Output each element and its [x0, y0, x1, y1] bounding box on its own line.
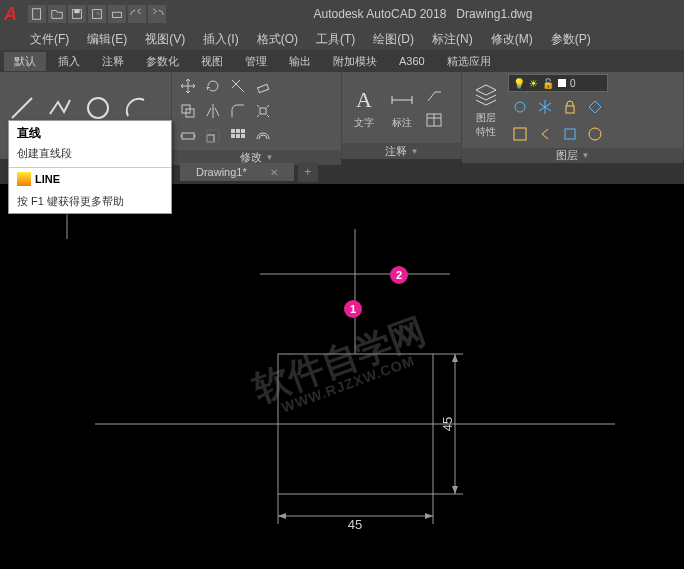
- layer-name: 0: [570, 78, 576, 89]
- menu-modify[interactable]: 修改(M): [491, 31, 533, 48]
- tab-annotate[interactable]: 注释: [92, 52, 134, 71]
- saveas-icon[interactable]: [88, 5, 106, 23]
- svg-rect-13: [207, 130, 219, 142]
- tooltip-help: 按 F1 键获得更多帮助: [9, 190, 171, 213]
- menu-file[interactable]: 文件(F): [30, 31, 69, 48]
- menu-parametric[interactable]: 参数(P): [551, 31, 591, 48]
- menu-draw[interactable]: 绘图(D): [373, 31, 414, 48]
- tab-a360[interactable]: A360: [389, 53, 435, 69]
- new-icon[interactable]: [28, 5, 46, 23]
- layer-selector[interactable]: 💡 ☀ 🔓 0: [508, 74, 608, 92]
- svg-rect-12: [207, 135, 214, 142]
- menu-insert[interactable]: 插入(I): [203, 31, 238, 48]
- trim-icon[interactable]: [226, 74, 250, 98]
- svg-rect-15: [236, 129, 240, 133]
- layer-color-swatch: [558, 79, 566, 87]
- tab-manage[interactable]: 管理: [235, 52, 277, 71]
- tooltip-command: LINE: [9, 168, 171, 190]
- dim-vertical: 45: [440, 417, 455, 431]
- plot-icon[interactable]: [108, 5, 126, 23]
- erase-icon[interactable]: [251, 74, 275, 98]
- leader-icon[interactable]: [422, 83, 446, 107]
- layer-prev-icon[interactable]: [533, 122, 557, 146]
- lightbulb-icon: 💡: [513, 78, 525, 89]
- svg-rect-0: [33, 9, 41, 20]
- svg-rect-14: [231, 129, 235, 133]
- tab-default[interactable]: 默认: [4, 52, 46, 71]
- rotate-icon[interactable]: [201, 74, 225, 98]
- stretch-icon[interactable]: [176, 124, 200, 148]
- layer-off-icon[interactable]: [508, 95, 532, 119]
- lock-icon: 🔓: [542, 78, 554, 89]
- tooltip-title: 直线: [9, 121, 171, 146]
- array-icon[interactable]: [226, 124, 250, 148]
- layer-iso-icon[interactable]: [508, 122, 532, 146]
- chevron-down-icon: ▼: [266, 153, 274, 162]
- tab-view[interactable]: 视图: [191, 52, 233, 71]
- table-icon[interactable]: [422, 108, 446, 132]
- quick-access-toolbar: [28, 5, 166, 23]
- svg-rect-4: [113, 12, 122, 17]
- svg-point-6: [88, 98, 108, 118]
- svg-rect-10: [260, 108, 266, 114]
- svg-point-26: [515, 102, 525, 112]
- window-title: Autodesk AutoCAD 2018 Drawing1.dwg: [166, 7, 680, 21]
- menu-dimension[interactable]: 标注(N): [432, 31, 473, 48]
- menu-view[interactable]: 视图(V): [145, 31, 185, 48]
- menu-bar: 文件(F) 编辑(E) 视图(V) 插入(I) 格式(O) 工具(T) 绘图(D…: [0, 28, 684, 50]
- layer-lock-icon[interactable]: [558, 95, 582, 119]
- dimension-icon: [388, 86, 416, 114]
- ribbon-tabs: 默认 插入 注释 参数化 视图 管理 输出 附加模块 A360 精选应用: [0, 50, 684, 72]
- svg-rect-11: [182, 133, 194, 139]
- title-bar: A Autodesk AutoCAD 2018 Drawing1.dwg: [0, 0, 684, 28]
- open-icon[interactable]: [48, 5, 66, 23]
- panel-annotation-title[interactable]: 注释▼: [342, 143, 461, 159]
- svg-rect-19: [241, 134, 245, 138]
- svg-rect-7: [258, 84, 269, 92]
- dim-horizontal: 45: [348, 517, 362, 532]
- document-tab[interactable]: Drawing1* ✕: [180, 163, 294, 181]
- command-icon: [17, 172, 31, 186]
- undo-icon[interactable]: [128, 5, 146, 23]
- redo-icon[interactable]: [148, 5, 166, 23]
- layer-match-icon[interactable]: [583, 95, 607, 119]
- svg-rect-2: [74, 10, 79, 14]
- save-icon[interactable]: [68, 5, 86, 23]
- tab-featured[interactable]: 精选应用: [437, 52, 501, 71]
- close-icon[interactable]: ✕: [270, 167, 278, 178]
- app-logo-icon[interactable]: A: [4, 4, 24, 24]
- mirror-icon[interactable]: [201, 99, 225, 123]
- tab-addins[interactable]: 附加模块: [323, 52, 387, 71]
- offset-icon[interactable]: [251, 124, 275, 148]
- menu-edit[interactable]: 编辑(E): [87, 31, 127, 48]
- tab-insert[interactable]: 插入: [48, 52, 90, 71]
- chevron-down-icon: ▼: [582, 151, 590, 160]
- copy-icon[interactable]: [176, 99, 200, 123]
- svg-rect-28: [514, 128, 526, 140]
- fillet-icon[interactable]: [226, 99, 250, 123]
- svg-line-5: [12, 98, 32, 118]
- layer-walk-icon[interactable]: [583, 122, 607, 146]
- tab-parametric[interactable]: 参数化: [136, 52, 189, 71]
- drawing-canvas[interactable]: 45 45 软件自学网 WWW.RJZXW.COM 1 2: [0, 184, 684, 569]
- scale-icon[interactable]: [201, 124, 225, 148]
- move-icon[interactable]: [176, 74, 200, 98]
- layer-state-icon[interactable]: [558, 122, 582, 146]
- tab-output[interactable]: 输出: [279, 52, 321, 71]
- layer-properties-tool[interactable]: 图层 特性: [466, 81, 506, 139]
- menu-format[interactable]: 格式(O): [257, 31, 298, 48]
- explode-icon[interactable]: [251, 99, 275, 123]
- callout-badge-1: 1: [344, 300, 362, 318]
- document-tab-name: Drawing1*: [196, 166, 247, 178]
- svg-rect-29: [565, 129, 575, 139]
- add-tab-button[interactable]: +: [298, 162, 318, 182]
- text-tool[interactable]: A 文字: [346, 86, 382, 130]
- tooltip-description: 创建直线段: [9, 146, 171, 167]
- circle-icon: [84, 94, 112, 122]
- panel-layers-title[interactable]: 图层▼: [462, 148, 683, 163]
- polyline-icon: [46, 94, 74, 122]
- menu-tools[interactable]: 工具(T): [316, 31, 355, 48]
- svg-point-30: [589, 128, 601, 140]
- layer-freeze-icon[interactable]: [533, 95, 557, 119]
- dimension-tool[interactable]: 标注: [384, 86, 420, 130]
